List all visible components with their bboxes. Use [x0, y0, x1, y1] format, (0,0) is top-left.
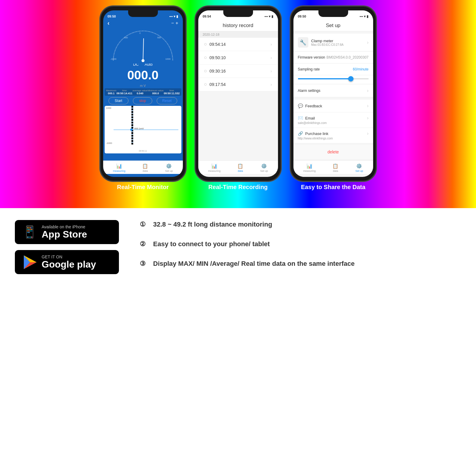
sampling-value: 60/minute — [353, 67, 369, 71]
measuring-label: measuring — [113, 169, 125, 172]
play-icon — [22, 255, 37, 270]
phone1-bottom-nav: 📊 measuring 📋 data ⚙️ Set up — [103, 161, 183, 174]
bottom-section: 📱 Available on the iPhone App Store GET … — [0, 208, 476, 290]
measuring-icon: 📊 — [116, 163, 122, 169]
feedback-icon: 💬 — [298, 103, 303, 108]
nav2-setup[interactable]: ⚙️ Set up — [260, 163, 268, 172]
start-button[interactable]: Start — [109, 97, 128, 104]
feature-item-1: ① 32.8 ~ 49.2 ft long distance monitorin… — [140, 220, 461, 229]
nav3-setup[interactable]: ⚙️ Set up — [355, 163, 363, 172]
history-arrow-3: › — [271, 69, 272, 73]
phone3-label: Easy to Share the Data — [290, 184, 376, 191]
zoom-controls: − + — [171, 21, 178, 26]
feature-item-3: ③ Display MAX/ MIN /Average/ Real time d… — [140, 259, 461, 268]
firmware-label: Firmware version — [298, 55, 325, 59]
purchase-icon: 🔗 — [298, 131, 303, 136]
history-item-2[interactable]: 09:50:10 › — [198, 51, 278, 65]
phone1: 09:50 ▪▪▪ ▾ ▮ ‹ − + — [100, 6, 186, 181]
phone1-screen: 09:50 ▪▪▪ ▾ ▮ ‹ − + — [103, 10, 183, 177]
back-arrow-icon[interactable]: ‹ — [108, 20, 110, 26]
history-arrow-1: › — [271, 42, 272, 47]
purchase-url: http://www.elinkthings.com — [298, 137, 369, 140]
history-dot-1 — [204, 43, 207, 45]
feature-text-2: Easy to connect to your phone/ tablet — [153, 240, 270, 249]
date-header: 2020-12-18 — [198, 31, 278, 38]
history-title: history record — [203, 23, 274, 29]
history-arrow-4: › — [271, 82, 272, 87]
history-dot-3 — [204, 70, 207, 72]
feedback-arrow: › — [367, 103, 368, 109]
phone3-time: 09:50 — [298, 15, 306, 18]
nav2-data[interactable]: 📋 data — [237, 163, 243, 172]
feedback-row[interactable]: 💬 Feedback › — [293, 100, 373, 112]
setup2-label: Set up — [260, 169, 268, 172]
phone2-time: 09:54 — [203, 15, 211, 18]
control-buttons: Start stop Reset — [103, 97, 183, 104]
nav2-measuring[interactable]: 📊 measuring — [208, 163, 221, 172]
device-icon: 🔧 — [298, 37, 308, 48]
delete-section[interactable]: delete — [293, 145, 373, 159]
purchase-label: Purchase link — [305, 131, 329, 136]
history-item-1[interactable]: 09:54:14 › — [198, 38, 278, 51]
history-dot-2 — [204, 56, 207, 59]
phone2-frame: 09:54 ▪▪▪ ▾ ▮ history record 2020-12-18 … — [195, 6, 281, 181]
phone2-label: Real-Time Recording — [195, 184, 281, 191]
plus-icon[interactable]: + — [175, 21, 178, 26]
alarm-label: Alarm settings — [298, 89, 321, 93]
apple-icon: 📱 — [22, 225, 37, 239]
graph-dot-label: 000.1mV — [134, 127, 144, 130]
unit-label: m V — [103, 84, 183, 87]
phone3: 09:50 ▪▪▪ ▾ ▮ Set up 🔧 Clamp meter Mac:0… — [290, 6, 376, 181]
slider-fill — [298, 78, 351, 79]
nav-measuring[interactable]: 📊 measuring — [113, 163, 125, 172]
purchase-row[interactable]: 🔗 Purchase link › http://www.elinkthings… — [293, 128, 373, 143]
measuring3-label: measuring — [303, 169, 316, 172]
stats-row: Maximum 000.1 time 09:50:14.411 average … — [105, 88, 181, 96]
delete-button[interactable]: delete — [327, 150, 339, 154]
device-arrow: › — [367, 40, 368, 45]
features-list: ① 32.8 ~ 49.2 ft long distance monitorin… — [140, 220, 461, 279]
phone2-notch — [223, 10, 253, 17]
google-play-badge[interactable]: GET IT ON Google play — [15, 250, 119, 274]
email-label: Email — [305, 116, 315, 120]
nav-setup[interactable]: ⚙️ Set up — [165, 163, 173, 172]
graph-vertical-line — [131, 106, 133, 144]
phone-labels: Real-Time Monitor Real-Time Recording Ea… — [0, 184, 476, 194]
alarm-row[interactable]: Alarm settings › — [293, 84, 373, 97]
google-play-name: Google play — [42, 259, 96, 270]
svg-text:500: 500 — [157, 37, 161, 39]
data3-icon: 📋 — [332, 163, 338, 169]
phone3-bottom-nav: 📊 measuring 📋 data ⚙️ Set up — [293, 161, 373, 174]
slider-track — [298, 78, 369, 79]
device-row[interactable]: 🔧 Clamp meter Mac:01:B3:EC:C0:27:8A › — [293, 34, 373, 51]
firmware-row: Firmware version BM02H5S4.0.0_20200307 — [293, 52, 373, 63]
phone3-screen: 09:50 ▪▪▪ ▾ ▮ Set up 🔧 Clamp meter Mac:0… — [293, 10, 373, 177]
history-item-3[interactable]: 09:30:16 › — [198, 65, 278, 78]
app-store-badge[interactable]: 📱 Available on the iPhone App Store — [15, 220, 119, 244]
phone3-notch — [318, 10, 348, 17]
feature-text-3: Display MAX/ MIN /Average/ Real time dat… — [153, 259, 355, 268]
stop-button[interactable]: stop — [133, 97, 152, 104]
nav3-data[interactable]: 📋 data — [332, 163, 338, 172]
phone1-nav: ‹ − + — [103, 19, 183, 28]
graph-top-label: 1000 — [106, 107, 111, 109]
graph-x-label: 09:50:11 — [139, 150, 147, 152]
phone1-notch — [128, 10, 158, 17]
slider-thumb[interactable] — [348, 76, 354, 81]
measuring3-icon: 📊 — [307, 163, 312, 169]
measuring2-label: measuring — [208, 169, 221, 172]
minus-icon[interactable]: − — [171, 21, 174, 26]
history-item-4[interactable]: 09:17:54 › — [198, 78, 278, 91]
data-icon: 📋 — [142, 163, 148, 169]
alarm-arrow: › — [367, 88, 368, 93]
purchase-arrow: › — [367, 131, 368, 136]
reset-button[interactable]: Reset — [157, 97, 177, 104]
feedback-label: Feedback — [305, 104, 367, 108]
nav3-measuring[interactable]: 📊 measuring — [303, 163, 316, 172]
device-name: Clamp meter — [311, 39, 367, 43]
email-row[interactable]: ✉️ Email › sale@elinkthings.com — [293, 112, 373, 128]
slider-container[interactable] — [293, 75, 373, 84]
app-store-label: Available on the iPhone — [42, 224, 87, 229]
nav-data[interactable]: 📋 data — [142, 163, 148, 172]
email-value: sale@elinkthings.com — [298, 121, 369, 125]
